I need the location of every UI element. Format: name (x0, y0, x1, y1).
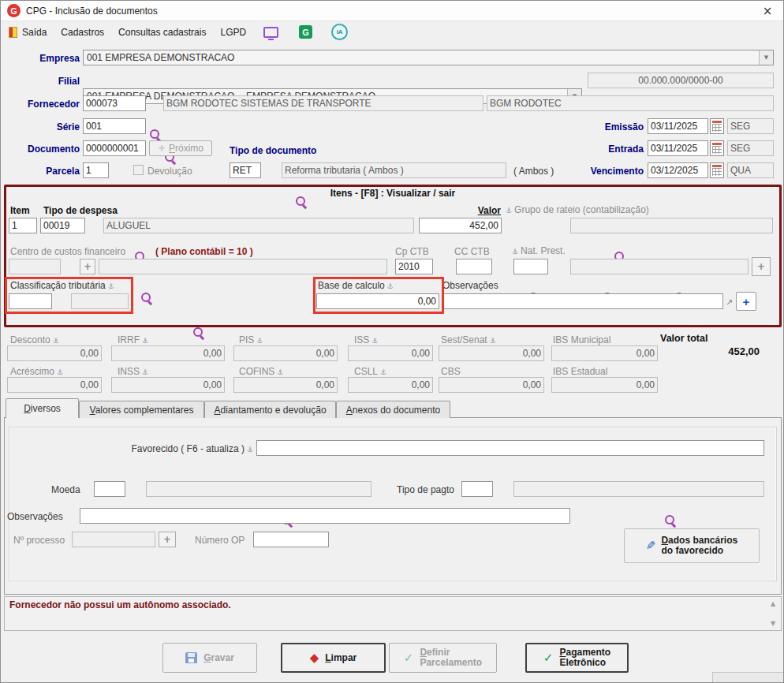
definir-parcelamento-button[interactable]: ✓ DefinirParcelamento (389, 643, 497, 673)
ia-toolbar-icon[interactable]: IA (331, 24, 348, 40)
tipo-despesa-code-input[interactable] (40, 218, 85, 233)
anchor-icon: ⚓ (57, 368, 63, 377)
sest-senat-label-group: Sest/Senat⚓ (441, 334, 496, 345)
tab-diversos[interactable]: Diversos (6, 398, 79, 418)
tab-adiantamento-devolucao[interactable]: Adiantamento e devolução (204, 401, 336, 418)
moeda-input[interactable] (94, 481, 125, 497)
add-item-button[interactable]: + (736, 292, 756, 311)
irrf-label-group: IRRF⚓ (118, 334, 148, 345)
observacoes-label: Observações (442, 280, 498, 291)
devolucao-checkbox[interactable] (133, 165, 144, 175)
empresa-label: Empresa (9, 53, 80, 64)
entrada-calendar-icon[interactable] (710, 140, 724, 156)
devolucao-label: Devolução (147, 166, 192, 177)
centro-custos-search-icon[interactable] (140, 292, 153, 304)
menu-lgpd[interactable]: LGPD (220, 27, 246, 38)
gravar-button[interactable]: Gravar (162, 643, 257, 673)
fornecedor-code-input[interactable] (83, 95, 146, 111)
tipo-documento-descr-field: Reforma tributaria ( Ambos ) (282, 162, 506, 178)
empresa-combobox[interactable]: 001 EMPRESA DEMONSTRACAO ▼ (83, 50, 774, 65)
numero-op-input[interactable] (253, 532, 329, 547)
documento-input[interactable] (83, 140, 146, 156)
ibs-estadual-field: 0,00 (551, 377, 658, 393)
tab-anexos-documento[interactable]: Anexos do documento (336, 401, 450, 418)
tipo-despesa-descr-field: ALUGUEL (103, 218, 414, 233)
anchor-icon: ⚓ (53, 336, 59, 345)
entrada-date-input[interactable] (648, 140, 708, 156)
scroll-up-icon[interactable]: ▲ (767, 598, 779, 609)
ibs-estadual-label: IBS Estadual (553, 366, 607, 377)
grupo-rateio-field (570, 218, 773, 233)
diversos-observacoes-input[interactable] (80, 508, 570, 524)
fornecedor-shortname-field: BGM RODOTEC (487, 95, 774, 111)
tipo-documento-label: Tipo de documento (230, 145, 316, 156)
item-observacoes-input[interactable] (442, 293, 723, 309)
menu-consultas-cadastrais[interactable]: Consultas cadastrais (118, 27, 206, 38)
nat-prest-add-button[interactable]: + (752, 257, 771, 276)
nat-prest-input[interactable] (513, 259, 548, 274)
classificacao-descr-field (71, 293, 129, 309)
tipo-pagto-descr-field (513, 481, 764, 497)
base-calculo-input[interactable] (316, 293, 439, 309)
item-number-input[interactable] (9, 218, 37, 233)
definir-parcelamento-label: DefinirParcelamento (420, 648, 482, 668)
tipo-documento-code-input[interactable] (230, 162, 261, 178)
tipo-pagto-search-icon[interactable] (664, 514, 677, 527)
tipo-pagto-label: Tipo de pagto (397, 484, 454, 495)
parcela-input[interactable] (83, 162, 109, 178)
csll-label: CSLL (354, 366, 378, 377)
tab-anexos-label: Anexos do documento (346, 405, 440, 416)
acrescimo-label: Acréscimo (10, 366, 54, 377)
anchor-icon: ⚓ (506, 206, 512, 215)
anchor-icon: ⚓ (142, 368, 148, 377)
menu-saida[interactable]: Saída (9, 27, 47, 38)
expand-icon[interactable]: ↗ (726, 297, 733, 308)
emissao-date-input[interactable] (648, 118, 708, 134)
monitor-icon[interactable] (263, 27, 278, 38)
pagamento-eletronico-button[interactable]: ✓ PagamentoEletrônico (525, 643, 629, 673)
emissao-calendar-icon[interactable] (710, 118, 724, 134)
proximo-button[interactable]: + Próximo (149, 140, 212, 156)
base-calculo-label: Base de calculo (318, 280, 385, 291)
centro-custos-input[interactable] (9, 259, 61, 274)
fornecedor-search-icon[interactable] (149, 129, 162, 141)
cc-ctb-input[interactable] (456, 259, 492, 274)
num-processo-input[interactable] (72, 532, 155, 547)
processo-add-button[interactable]: + (159, 532, 176, 547)
favorecido-label: Favorecido ( F6 - atualiza ) (132, 443, 245, 454)
plus-icon: + (158, 143, 166, 154)
pis-field: 0,00 (233, 345, 338, 361)
pis-label-group: PIS⚓ (239, 334, 263, 345)
close-icon[interactable]: × (752, 1, 783, 21)
classificacao-input[interactable] (9, 293, 52, 309)
cc-ctb-label: CC CTB (454, 246, 490, 257)
csll-label-group: CSLL⚓ (354, 366, 386, 377)
serie-input[interactable] (83, 118, 146, 134)
classificacao-search-icon[interactable] (192, 327, 205, 339)
anchor-icon: ⚓ (142, 336, 148, 345)
tab-adiantamento-label: Adiantamento e devolução (214, 405, 326, 416)
limpar-button[interactable]: ◆ Limpar (281, 643, 386, 673)
window-title: CPG - Inclusão de documentos (26, 6, 158, 17)
scroll-down-icon[interactable]: ▼ (767, 618, 779, 629)
g-toolbar-icon[interactable]: G (299, 25, 312, 39)
tipo-pagto-input[interactable] (461, 481, 493, 497)
menu-cadastros[interactable]: Cadastros (61, 27, 104, 38)
anchor-icon: ⚓ (108, 282, 114, 291)
vencimento-date-input[interactable] (648, 162, 708, 178)
anchor-icon: ⚓ (380, 368, 386, 377)
valor-input[interactable] (419, 218, 502, 233)
anchor-icon: ⚓ (277, 368, 283, 377)
cp-ctb-input[interactable] (395, 259, 433, 274)
csll-field: 0,00 (348, 377, 433, 393)
centro-custos-add-button[interactable]: + (80, 259, 95, 274)
emissao-label: Emissão (581, 121, 644, 132)
favorecido-input[interactable] (256, 440, 764, 456)
tab-valores-complementares[interactable]: Valores complementares (79, 401, 204, 418)
pis-label: PIS (239, 334, 254, 345)
tipo-documento-scope-text: ( Ambos ) (513, 166, 554, 177)
app-window: G CPG - Inclusão de documentos × Saída C… (0, 0, 784, 683)
vencimento-calendar-icon[interactable] (710, 162, 724, 178)
dados-bancarios-button[interactable]: ✎ Dados bancáriosdo favorecido (624, 528, 760, 563)
empresa-dropdown-icon[interactable]: ▼ (759, 50, 773, 65)
